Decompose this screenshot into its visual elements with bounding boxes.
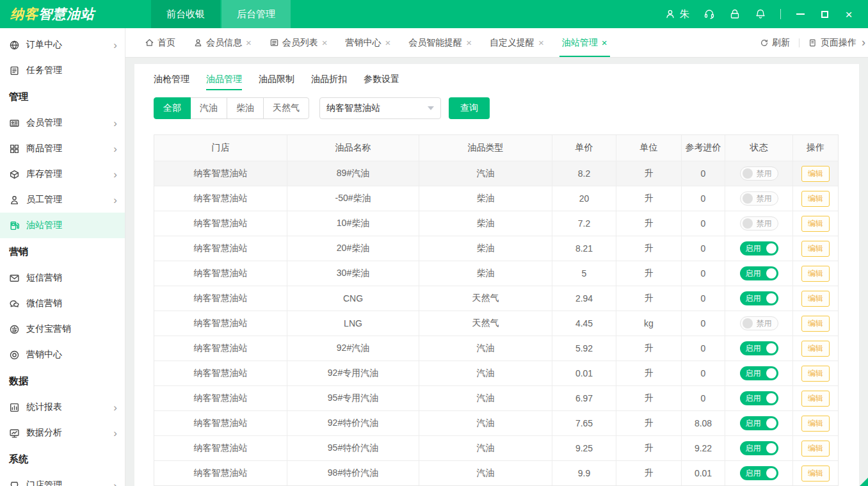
table-row[interactable]: 纳客智慧油站92#特价汽油汽油7.65升8.08启用编辑	[154, 410, 838, 435]
lock-icon[interactable]	[729, 8, 741, 20]
status-toggle[interactable]: 启用	[740, 241, 778, 255]
edit-button[interactable]: 编辑	[801, 466, 830, 482]
sidebar-item-store[interactable]: 门店管理›	[0, 473, 125, 486]
sidebar-item-task[interactable]: 任务管理	[0, 58, 125, 83]
tab-item[interactable]: 自定义提醒×	[490, 28, 544, 57]
table-row[interactable]: 纳客智慧油站LNG天然气4.45kg0禁用编辑	[154, 311, 838, 336]
table-row[interactable]: 纳客智慧油站92#专用汽油汽油0.01升0启用编辑	[154, 360, 838, 385]
sidebar-item-wechat[interactable]: 微信营销	[0, 291, 125, 316]
segment-button[interactable]: 天然气	[263, 97, 309, 119]
subtab-item[interactable]: 参数设置	[364, 64, 399, 95]
table-row[interactable]: 纳客智慧油站30#柴油柴油5升0启用编辑	[154, 261, 838, 286]
edit-button[interactable]: 编辑	[801, 191, 830, 207]
sidebar-item-marketing[interactable]: 营销中心	[0, 342, 125, 368]
status-toggle[interactable]: 启用	[740, 391, 778, 405]
status-toggle[interactable]: 启用	[740, 341, 778, 355]
status-toggle[interactable]: 禁用	[740, 216, 778, 231]
sidebar-item-globe[interactable]: 订单中心›	[0, 32, 125, 58]
status-toggle[interactable]: 启用	[740, 366, 778, 380]
tab-close-icon[interactable]: ×	[322, 38, 328, 47]
table-row[interactable]: 纳客智慧油站98#特价汽油汽油9.9升0.01启用编辑	[154, 460, 838, 485]
table-row[interactable]: 纳客智慧油站10#柴油柴油7.2升0禁用编辑	[154, 211, 838, 236]
status-toggle[interactable]: 启用	[740, 441, 778, 455]
nav-back-office-button[interactable]: 后台管理	[221, 0, 291, 28]
cell-status: 启用	[725, 336, 793, 360]
segment-button[interactable]: 汽油	[190, 97, 227, 119]
edit-button[interactable]: 编辑	[801, 416, 830, 432]
tab-item[interactable]: 首页	[145, 28, 175, 57]
minimize-button[interactable]	[795, 9, 805, 19]
subtab-item[interactable]: 油品折扣	[311, 64, 347, 95]
edit-button[interactable]: 编辑	[801, 266, 830, 282]
table-row[interactable]: 纳客智慧油站95#特价汽油汽油9.25升9.22启用编辑	[154, 435, 838, 460]
table-row[interactable]: 纳客智慧油站89#汽油汽油8.2升0禁用编辑	[154, 161, 838, 186]
edit-button[interactable]: 编辑	[801, 216, 830, 232]
subtab-item[interactable]: 油枪管理	[154, 64, 189, 95]
tab-close-icon[interactable]: ×	[246, 38, 252, 47]
segment-button[interactable]: 全部	[154, 97, 191, 119]
table-row[interactable]: 纳客智慧油站95#专用汽油汽油6.97升0启用编辑	[154, 385, 838, 410]
status-toggle[interactable]: 禁用	[740, 316, 778, 330]
maximize-button[interactable]	[819, 9, 830, 19]
query-button[interactable]: 查询	[449, 97, 490, 119]
edit-button[interactable]: 编辑	[801, 366, 830, 382]
list-icon	[269, 38, 279, 47]
edit-button[interactable]: 编辑	[801, 316, 830, 332]
sidebar-item-goods[interactable]: 商品管理›	[0, 136, 125, 161]
sidebar-item-station[interactable]: 油站管理	[0, 213, 125, 238]
sidebar-item-analysis[interactable]: 数据分析›	[0, 420, 125, 446]
tab-label: 首页	[157, 37, 175, 49]
sidebar-item-member[interactable]: 会员管理›	[0, 110, 125, 136]
close-button[interactable]: ×	[844, 9, 854, 19]
user-menu[interactable]: 朱	[664, 8, 689, 20]
edit-button[interactable]: 编辑	[801, 341, 830, 357]
home-icon	[145, 38, 154, 47]
notification-bell-icon[interactable]	[755, 8, 766, 20]
support-headset-icon[interactable]	[703, 8, 715, 20]
refresh-button[interactable]: 刷新	[760, 37, 790, 49]
sidebar-item-report[interactable]: 统计报表›	[0, 394, 125, 420]
tab-item[interactable]: 营销中心×	[346, 28, 391, 57]
nav-front-desk-button[interactable]: 前台收银	[151, 0, 220, 28]
edit-button[interactable]: 编辑	[801, 441, 830, 457]
cell-unit: 升	[616, 461, 682, 485]
tab-close-icon[interactable]: ×	[466, 38, 472, 47]
cell-name: 92#特价汽油	[287, 411, 419, 435]
table-row[interactable]: 纳客智慧油站20#柴油柴油8.21升0启用编辑	[154, 236, 838, 261]
tab-item[interactable]: 会员列表×	[269, 28, 328, 57]
cell-operation: 编辑	[793, 286, 838, 311]
table-row[interactable]: 纳客智慧油站-50#柴油柴油20升0禁用编辑	[154, 186, 838, 211]
app-logo: 纳客智慧油站	[0, 5, 125, 23]
chevron-right-icon[interactable]: ›	[862, 36, 865, 49]
edit-button[interactable]: 编辑	[801, 166, 830, 182]
subtab-item[interactable]: 油品限制	[259, 64, 294, 95]
segment-button[interactable]: 柴油	[227, 97, 264, 119]
tab-close-icon[interactable]: ×	[385, 38, 391, 47]
sidebar-item-sms[interactable]: 短信营销	[0, 265, 125, 291]
edit-button[interactable]: 编辑	[801, 391, 830, 407]
status-toggle[interactable]: 禁用	[740, 191, 778, 206]
sidebar-item-alipay[interactable]: 支付宝营销	[0, 316, 125, 342]
tab-item[interactable]: 油站管理×	[562, 28, 607, 57]
table-row[interactable]: 纳客智慧油站CNG天然气2.94升0启用编辑	[154, 286, 838, 311]
status-toggle[interactable]: 启用	[740, 266, 778, 280]
status-toggle[interactable]: 启用	[740, 416, 778, 430]
status-toggle[interactable]: 启用	[740, 291, 778, 305]
station-select[interactable]: 纳客智慧油站	[319, 97, 441, 119]
sidebar-item-inventory[interactable]: 库存管理›	[0, 161, 125, 187]
subtab-bar: 油枪管理油品管理油品限制油品折扣参数设置	[154, 64, 840, 95]
status-toggle[interactable]: 禁用	[740, 166, 778, 181]
tab-item[interactable]: 会员智能提醒×	[408, 28, 472, 57]
page-actions-button[interactable]: 页面操作	[808, 37, 856, 49]
subtab-item[interactable]: 油品管理	[206, 64, 242, 95]
status-toggle[interactable]: 启用	[740, 466, 778, 480]
edit-button[interactable]: 编辑	[801, 291, 830, 307]
tab-close-icon[interactable]: ×	[602, 38, 607, 47]
sidebar-item-staff[interactable]: 员工管理›	[0, 187, 125, 213]
edit-button[interactable]: 编辑	[801, 241, 830, 257]
cell-unit: 升	[616, 286, 682, 311]
toggle-knob	[766, 343, 776, 353]
tab-close-icon[interactable]: ×	[538, 38, 544, 47]
tab-item[interactable]: 会员信息×	[193, 28, 252, 57]
table-row[interactable]: 纳客智慧油站92#汽油汽油5.92升0启用编辑	[154, 336, 838, 360]
